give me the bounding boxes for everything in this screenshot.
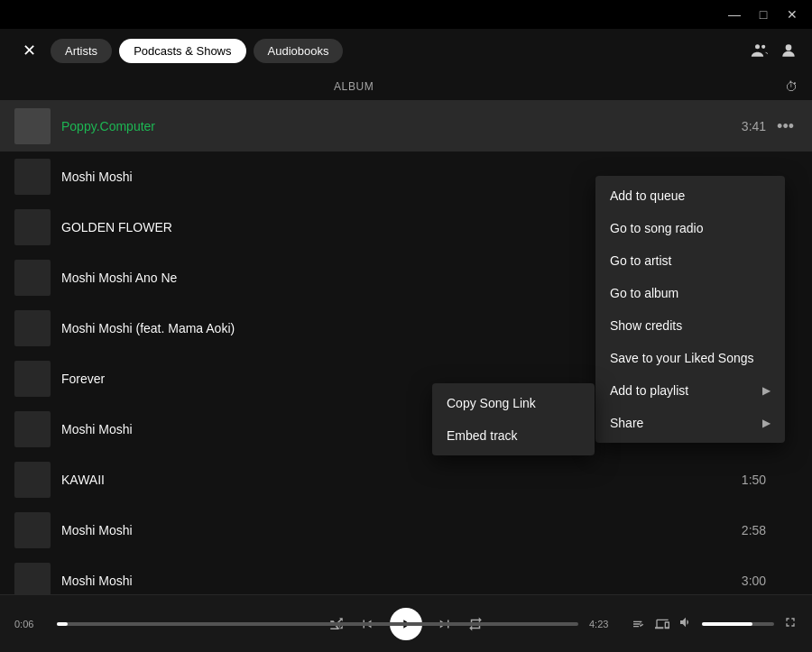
track-name: GOLDEN FLOWER bbox=[61, 220, 172, 234]
track-thumbnail bbox=[14, 512, 51, 548]
sub-context-item-label: Copy Song Link bbox=[447, 396, 536, 410]
track-left: KAWAII bbox=[14, 462, 330, 498]
track-name: Moshi Moshi bbox=[61, 170, 133, 184]
expand-button[interactable] bbox=[783, 615, 798, 633]
context-menu-item[interactable]: Add to playlist▶ bbox=[595, 374, 785, 407]
track-thumbnail bbox=[14, 361, 51, 397]
submenu-arrow: ▶ bbox=[762, 417, 770, 429]
volume-fill bbox=[702, 622, 752, 626]
track-name: Forever bbox=[61, 372, 105, 386]
close-search-button[interactable]: ✕ bbox=[14, 36, 43, 65]
context-menu-item[interactable]: Save to your Liked Songs bbox=[595, 342, 785, 374]
track-thumbnail bbox=[14, 563, 51, 594]
player-bar: 0:06 4:23 bbox=[0, 594, 812, 652]
context-menu-item[interactable]: Go to song radio bbox=[595, 212, 785, 244]
track-left: Forever bbox=[14, 361, 330, 397]
track-info: Forever bbox=[61, 372, 105, 386]
social-icon[interactable] bbox=[751, 41, 769, 60]
album-column-header: Album bbox=[334, 80, 785, 93]
track-info: Moshi Moshi bbox=[61, 574, 133, 588]
volume-bar[interactable] bbox=[702, 622, 774, 626]
track-more-button[interactable]: ••• bbox=[773, 114, 798, 140]
queue-button[interactable] bbox=[632, 617, 646, 631]
volume-icon[interactable] bbox=[678, 615, 693, 633]
track-duration: 2:58 bbox=[730, 523, 766, 537]
context-item-label: Add to playlist bbox=[610, 383, 688, 398]
context-menu: Add to queueGo to song radioGo to artist… bbox=[595, 176, 785, 443]
sub-context-menu-item[interactable]: Embed track bbox=[432, 419, 595, 452]
track-info: KAWAII bbox=[61, 473, 105, 487]
column-headers: Album ⏱ bbox=[0, 72, 812, 101]
track-duration: 1:50 bbox=[730, 473, 766, 487]
track-thumbnail bbox=[14, 411, 51, 447]
track-thumbnail bbox=[14, 209, 51, 245]
submenu-arrow: ▶ bbox=[762, 384, 770, 397]
track-thumbnail bbox=[14, 159, 51, 195]
header-right-icons bbox=[751, 41, 798, 60]
track-thumbnail bbox=[14, 462, 51, 498]
context-menu-item[interactable]: Share▶ bbox=[595, 407, 785, 439]
track-duration: 3:00 bbox=[730, 574, 766, 588]
filter-podcasts-button[interactable]: Podcasts & Shows bbox=[119, 39, 245, 63]
close-button[interactable]: ✕ bbox=[780, 2, 805, 27]
track-info: Moshi Moshi bbox=[61, 170, 133, 184]
track-name: Moshi Moshi bbox=[61, 523, 133, 537]
svg-point-1 bbox=[761, 45, 765, 49]
maximize-button[interactable]: □ bbox=[751, 2, 776, 27]
context-item-label: Add to queue bbox=[610, 188, 685, 203]
sub-context-item-label: Embed track bbox=[447, 428, 518, 443]
context-item-label: Show credits bbox=[610, 318, 682, 333]
sub-context-menu-item[interactable]: Copy Song Link bbox=[432, 387, 595, 419]
profile-icon[interactable] bbox=[780, 41, 798, 60]
filter-audiobooks-button[interactable]: Audiobooks bbox=[254, 39, 344, 63]
track-left: GOLDEN FLOWER bbox=[14, 209, 330, 245]
track-duration: 3:41 bbox=[730, 119, 766, 133]
progress-fill bbox=[57, 622, 68, 626]
track-name: Poppy.Computer bbox=[61, 119, 155, 133]
track-left: Poppy.Computer bbox=[14, 108, 330, 144]
header: ✕ Artists Podcasts & Shows Audiobooks bbox=[0, 29, 812, 72]
track-name: Moshi Moshi Ano Ne bbox=[61, 271, 177, 285]
track-info: Moshi Moshi (feat. Mama Aoki) bbox=[61, 321, 235, 335]
track-thumbnail bbox=[14, 108, 51, 144]
track-row[interactable]: Moshi Moshi 2:58 ••• bbox=[0, 505, 812, 556]
context-item-label: Go to artist bbox=[610, 253, 671, 268]
devices-button[interactable] bbox=[655, 617, 669, 631]
track-info: GOLDEN FLOWER bbox=[61, 220, 172, 234]
context-menu-item[interactable]: Add to queue bbox=[595, 179, 785, 212]
track-name: KAWAII bbox=[61, 473, 105, 487]
total-time: 4:23 bbox=[589, 619, 621, 629]
track-left: Moshi Moshi bbox=[14, 411, 330, 447]
svg-point-2 bbox=[786, 44, 792, 51]
svg-point-0 bbox=[755, 44, 760, 49]
progress-bar[interactable] bbox=[57, 622, 578, 626]
context-menu-item[interactable]: Show credits bbox=[595, 309, 785, 342]
context-item-label: Save to your Liked Songs bbox=[610, 351, 754, 365]
track-info: Moshi Moshi Ano Ne bbox=[61, 271, 177, 285]
track-name: Moshi Moshi (feat. Mama Aoki) bbox=[61, 321, 235, 335]
track-info: Poppy.Computer bbox=[61, 119, 155, 133]
track-left: Moshi Moshi Ano Ne bbox=[14, 260, 330, 296]
track-row[interactable]: KAWAII 1:50 ••• bbox=[0, 455, 812, 505]
track-row[interactable]: Moshi Moshi 3:00 ••• bbox=[0, 556, 812, 594]
track-left: Moshi Moshi bbox=[14, 512, 330, 548]
player-right-controls bbox=[632, 615, 798, 633]
track-thumbnail bbox=[14, 310, 51, 346]
context-item-label: Share bbox=[610, 416, 643, 430]
minimize-button[interactable]: — bbox=[722, 2, 747, 27]
track-left: Moshi Moshi bbox=[14, 159, 330, 195]
sub-context-menu: Copy Song LinkEmbed track bbox=[432, 383, 595, 455]
context-item-label: Go to album bbox=[610, 286, 678, 300]
filter-artists-button[interactable]: Artists bbox=[51, 39, 112, 63]
track-name: Moshi Moshi bbox=[61, 574, 133, 588]
time-column-header: ⏱ bbox=[785, 79, 798, 94]
track-thumbnail bbox=[14, 260, 51, 296]
track-row[interactable]: Poppy.Computer 3:41 ••• bbox=[0, 101, 812, 152]
track-info: Moshi Moshi bbox=[61, 523, 133, 537]
context-menu-item[interactable]: Go to artist bbox=[595, 244, 785, 277]
current-time: 0:06 bbox=[14, 619, 46, 629]
context-menu-item[interactable]: Go to album bbox=[595, 277, 785, 309]
title-bar: — □ ✕ bbox=[0, 0, 812, 29]
track-left: Moshi Moshi (feat. Mama Aoki) bbox=[14, 310, 330, 346]
track-info: Moshi Moshi bbox=[61, 422, 133, 436]
